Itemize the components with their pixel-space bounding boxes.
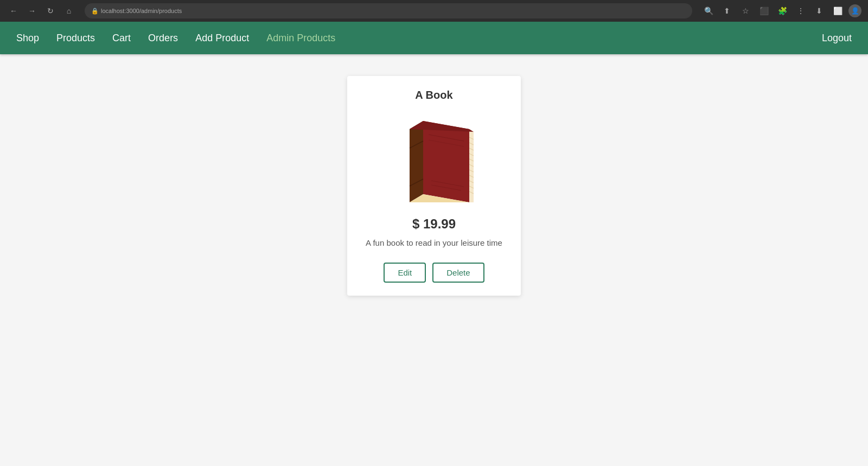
navbar-right: Logout [822, 33, 852, 44]
forward-button[interactable]: → [25, 4, 39, 18]
profile-button[interactable]: 👤 [848, 4, 861, 17]
browser-chrome: ← → ↻ ⌂ 🔒 localhost:3000/admin/products … [0, 0, 868, 22]
product-actions: Edit Delete [384, 263, 484, 283]
main-content: A Book [0, 54, 868, 466]
share-button[interactable]: ⬆ [719, 3, 735, 18]
address-bar[interactable]: 🔒 localhost:3000/admin/products [85, 3, 692, 18]
svg-marker-0 [410, 121, 423, 202]
product-description: A fun book to read in your leisure time [366, 237, 502, 250]
tablet-button[interactable]: ⬜ [830, 3, 845, 18]
reload-button[interactable]: ↻ [43, 4, 58, 18]
navbar-left: Shop Products Cart Orders Add Product Ad… [16, 33, 822, 44]
puzzle-button[interactable]: 🧩 [775, 3, 790, 18]
product-card: A Book [347, 76, 521, 296]
product-title: A Book [415, 89, 452, 101]
svg-marker-1 [423, 121, 469, 202]
nav-add-product[interactable]: Add Product [195, 33, 249, 44]
extensions-button[interactable]: ⬛ [756, 3, 771, 18]
svg-marker-2 [469, 129, 474, 202]
logout-button[interactable]: Logout [822, 33, 852, 44]
url-text: localhost:3000/admin/products [101, 8, 182, 14]
more-button[interactable]: ⋮ [793, 3, 808, 18]
edit-button[interactable]: Edit [384, 263, 426, 283]
bookmark-button[interactable]: ☆ [738, 3, 753, 18]
nav-products[interactable]: Products [56, 33, 95, 44]
download-button[interactable]: ⬇ [812, 3, 827, 18]
nav-orders[interactable]: Orders [148, 33, 178, 44]
product-image-container [385, 110, 483, 208]
nav-admin-products[interactable]: Admin Products [266, 33, 335, 44]
product-image [393, 116, 475, 202]
browser-actions: 🔍 ⬆ ☆ ⬛ 🧩 ⋮ ⬇ ⬜ 👤 [701, 3, 861, 18]
nav-cart[interactable]: Cart [112, 33, 131, 44]
delete-button[interactable]: Delete [432, 263, 484, 283]
search-browser-button[interactable]: 🔍 [701, 3, 716, 18]
url-icon: 🔒 [91, 8, 99, 15]
product-price: $ 19.99 [412, 216, 456, 232]
nav-shop[interactable]: Shop [16, 33, 39, 44]
home-button[interactable]: ⌂ [62, 4, 76, 18]
navbar: Shop Products Cart Orders Add Product Ad… [0, 22, 868, 54]
back-button[interactable]: ← [7, 4, 21, 18]
